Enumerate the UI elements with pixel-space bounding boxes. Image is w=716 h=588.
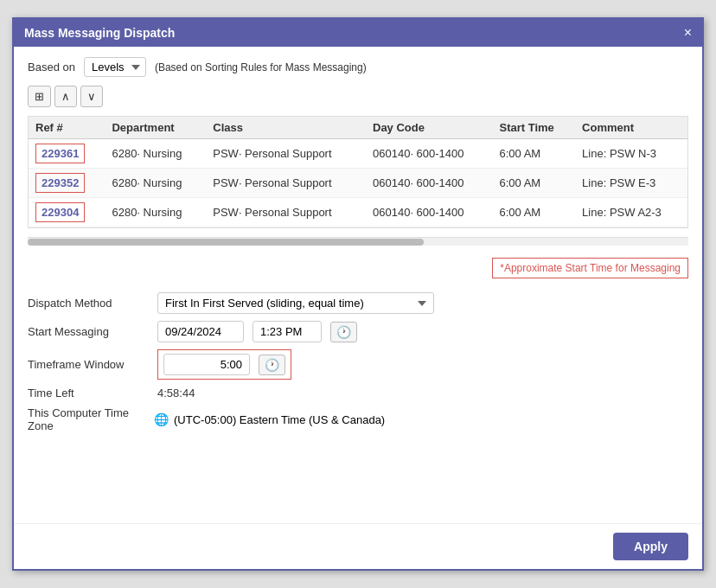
bottom-section: Dispatch Method First In First Served (s… bbox=[28, 287, 688, 432]
grid-icon: ⊞ bbox=[35, 90, 44, 103]
move-up-button[interactable]: ∧ bbox=[54, 86, 77, 107]
dispatch-method-select[interactable]: First In First Served (sliding, equal ti… bbox=[157, 292, 434, 314]
data-table: Ref # Department Class Day Code Start Ti… bbox=[29, 117, 687, 227]
apply-button[interactable]: Apply bbox=[613, 533, 688, 560]
sorting-note: (Based on Sorting Rules for Mass Messagi… bbox=[155, 61, 367, 74]
timeframe-window-label: Timeframe Window bbox=[28, 358, 149, 371]
scrollbar-thumb bbox=[28, 239, 424, 246]
day-code-cell: 060140· 600-1400 bbox=[366, 139, 492, 169]
start-messaging-label: Start Messaging bbox=[28, 325, 149, 338]
comment-cell: Line: PSW A2-3 bbox=[575, 198, 687, 227]
department-cell: 6280· Nursing bbox=[105, 169, 206, 198]
start-time-cell: 6:00 AM bbox=[492, 198, 575, 227]
timeframe-clock-button[interactable]: 🕐 bbox=[259, 355, 285, 375]
time-left-value: 4:58:44 bbox=[157, 387, 195, 399]
dispatch-method-label: Dispatch Method bbox=[28, 297, 149, 310]
start-messaging-clock-button[interactable]: 🕐 bbox=[330, 322, 357, 342]
start-messaging-time-input[interactable] bbox=[253, 321, 322, 342]
day-code-cell: 060140· 600-1400 bbox=[366, 169, 492, 198]
based-on-label: Based on bbox=[28, 61, 75, 74]
start-time-cell: 6:00 AM bbox=[492, 139, 575, 169]
horizontal-scrollbar[interactable] bbox=[28, 237, 688, 246]
based-on-row: Based on Levels (Based on Sorting Rules … bbox=[28, 57, 688, 77]
timezone-value: (UTC-05:00) Eastern Time (US & Canada) bbox=[174, 413, 385, 426]
table-header-row: Ref # Department Class Day Code Start Ti… bbox=[29, 117, 687, 139]
table-row[interactable]: 229352 6280· Nursing PSW· Personal Suppo… bbox=[29, 169, 687, 198]
class-cell: PSW· Personal Support bbox=[206, 169, 366, 198]
col-class: Class bbox=[206, 117, 366, 139]
clock-icon: 🕐 bbox=[336, 325, 351, 339]
toolbar-row: ⊞ ∧ ∨ bbox=[28, 86, 688, 107]
data-table-wrapper: Ref # Department Class Day Code Start Ti… bbox=[28, 116, 688, 228]
class-cell: PSW· Personal Support bbox=[206, 198, 366, 227]
timeframe-window-box: 🕐 bbox=[157, 349, 291, 380]
start-messaging-row: Start Messaging 🕐 bbox=[28, 321, 688, 342]
timezone-row: This Computer Time Zone 🌐 (UTC-05:00) Ea… bbox=[28, 406, 688, 432]
department-cell: 6280· Nursing bbox=[105, 198, 206, 227]
globe-icon: 🌐 bbox=[154, 412, 169, 426]
col-department: Department bbox=[105, 117, 206, 139]
ref-cell: 229304 bbox=[29, 198, 105, 227]
timeframe-clock-icon: 🕐 bbox=[265, 358, 279, 372]
day-code-cell: 060140· 600-1400 bbox=[366, 198, 492, 227]
timeframe-window-row: Timeframe Window 🕐 bbox=[28, 349, 688, 380]
col-day-code: Day Code bbox=[366, 117, 492, 139]
approx-note-row: *Approximate Start Time for Messaging bbox=[28, 258, 688, 278]
col-comment: Comment bbox=[575, 117, 687, 139]
move-down-button[interactable]: ∨ bbox=[80, 86, 103, 107]
dialog-header: Mass Messaging Dispatch × bbox=[14, 19, 702, 47]
col-ref: Ref # bbox=[29, 117, 105, 139]
start-time-cell: 6:00 AM bbox=[492, 169, 575, 198]
dispatch-method-row: Dispatch Method First In First Served (s… bbox=[28, 292, 688, 314]
comment-cell: Line: PSW E-3 bbox=[575, 169, 687, 198]
table-row[interactable]: 229361 6280· Nursing PSW· Personal Suppo… bbox=[29, 139, 687, 169]
class-cell: PSW· Personal Support bbox=[206, 139, 366, 169]
dialog-footer: Apply bbox=[14, 523, 702, 569]
up-arrow-icon: ∧ bbox=[61, 90, 70, 103]
timeframe-window-input[interactable] bbox=[163, 354, 250, 375]
time-left-row: Time Left 4:58:44 bbox=[28, 387, 688, 399]
ref-cell: 229352 bbox=[29, 169, 105, 198]
table-row[interactable]: 229304 6280· Nursing PSW· Personal Suppo… bbox=[29, 198, 687, 227]
start-messaging-date-input[interactable] bbox=[157, 321, 244, 342]
ref-cell: 229361 bbox=[29, 139, 105, 169]
approx-start-time-note: *Approximate Start Time for Messaging bbox=[492, 258, 688, 278]
timezone-label: This Computer Time Zone bbox=[28, 406, 149, 432]
col-start-time: Start Time bbox=[492, 117, 575, 139]
comment-cell: Line: PSW N-3 bbox=[575, 139, 687, 169]
mass-messaging-dialog: Mass Messaging Dispatch × Based on Level… bbox=[12, 17, 704, 571]
grid-view-button[interactable]: ⊞ bbox=[28, 86, 51, 107]
close-button[interactable]: × bbox=[684, 26, 692, 40]
time-left-label: Time Left bbox=[28, 387, 149, 399]
dialog-body: Based on Levels (Based on Sorting Rules … bbox=[14, 47, 702, 523]
department-cell: 6280· Nursing bbox=[105, 139, 206, 169]
dialog-title: Mass Messaging Dispatch bbox=[24, 26, 175, 40]
down-arrow-icon: ∨ bbox=[87, 90, 96, 103]
based-on-select[interactable]: Levels bbox=[84, 57, 146, 77]
